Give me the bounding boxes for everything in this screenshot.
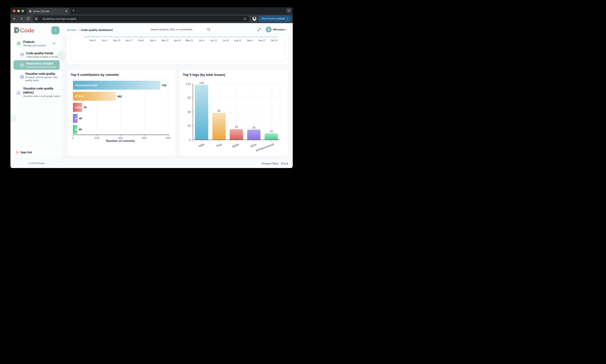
svg-text:362: 362 [117,95,122,98]
svg-text:23: 23 [235,125,238,129]
svg-text:200: 200 [94,136,99,140]
svg-text:Sep 27: Sep 27 [258,39,265,42]
svg-text:0: 0 [189,138,191,142]
svg-text:Dec 2: Dec 2 [102,39,108,42]
svg-text:14: 14 [270,130,273,133]
svg-text:60: 60 [187,110,191,114]
svg-text:Jun 27: Jun 27 [210,39,217,42]
svg-text:task: task [198,143,205,148]
svg-text:May 12: May 12 [185,39,193,42]
svg-text:90: 90 [187,96,191,99]
svg-text:bug: bug [216,143,222,148]
svg-text:IP1102: IP1102 [75,95,84,98]
svg-text:600: 600 [142,136,147,140]
svg-text:22: 22 [252,126,255,129]
svg-text:Mar 27: Mar 27 [162,39,169,42]
svg-text:Aug 12: Aug 12 [234,39,241,42]
svg-text:Jul 20: Jul 20 [223,39,229,42]
svg-text:Dec 25: Dec 25 [113,39,120,42]
svg-text:Jun 4: Jun 4 [198,39,204,42]
svg-text:spike: spike [232,143,240,148]
svg-text:120: 120 [186,82,191,86]
svg-text:enhancement: enhancement [255,143,275,152]
svg-text:Number of commits: Number of commits [106,139,135,143]
svg-text:Feb 9: Feb 9 [138,39,144,42]
svg-text:Sep 4: Sep 4 [247,39,253,42]
svg-text:Nov 9: Nov 9 [90,39,95,42]
svg-text:Oct 29: Oct 29 [271,39,277,42]
svg-text:ui/ux: ui/ux [250,143,257,148]
svg-text:Jan 17: Jan 17 [125,39,132,42]
svg-text:0: 0 [72,136,74,140]
svg-text:Apr 19: Apr 19 [174,39,181,42]
svg-text:0: 0 [85,36,86,38]
svg-text:38: 38 [79,128,82,131]
svg-text:78: 78 [83,106,87,109]
svg-text:58: 58 [217,109,221,112]
svg-text:HandsomeCoder: HandsomeCoder [75,84,98,87]
svg-text:800: 800 [166,136,171,140]
svg-text:118: 118 [199,81,204,84]
svg-text:735: 735 [162,84,166,87]
svg-text:Mar 4: Mar 4 [150,39,156,42]
svg-text:30: 30 [187,124,191,127]
svg-text:400: 400 [118,136,123,140]
svg-text:tushar: tushar [75,106,83,109]
svg-text:40: 40 [79,117,82,120]
